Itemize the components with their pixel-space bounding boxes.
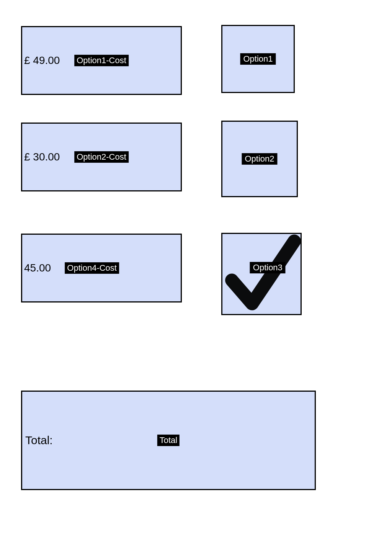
option2-checkbox[interactable]: Option2 xyxy=(221,121,298,197)
option2-cost-value: £ 30.00 xyxy=(24,151,60,163)
option1-label: Option1 xyxy=(240,53,276,65)
check-icon xyxy=(222,234,301,314)
option3-label: Option3 xyxy=(250,262,286,273)
total-label: Total: xyxy=(25,434,53,447)
option1-cost-value: £ 49.00 xyxy=(24,54,60,67)
option4-cost-box: 45.00 Option4-Cost xyxy=(21,234,182,302)
option4-cost-value: 45.00 xyxy=(24,262,51,274)
option3-checkbox[interactable]: Option3 xyxy=(221,233,302,315)
total-badge: Total xyxy=(157,435,180,446)
option1-cost-box: £ 49.00 Option1-Cost xyxy=(21,26,182,95)
option2-label: Option2 xyxy=(242,153,277,165)
option4-cost-label: Option4-Cost xyxy=(65,262,119,274)
option1-checkbox[interactable]: Option1 xyxy=(221,25,295,93)
option1-cost-label: Option1-Cost xyxy=(74,55,129,66)
option2-cost-box: £ 30.00 Option2-Cost xyxy=(21,123,182,191)
total-box: Total: Total xyxy=(21,391,316,490)
option2-cost-label: Option2-Cost xyxy=(74,151,129,163)
